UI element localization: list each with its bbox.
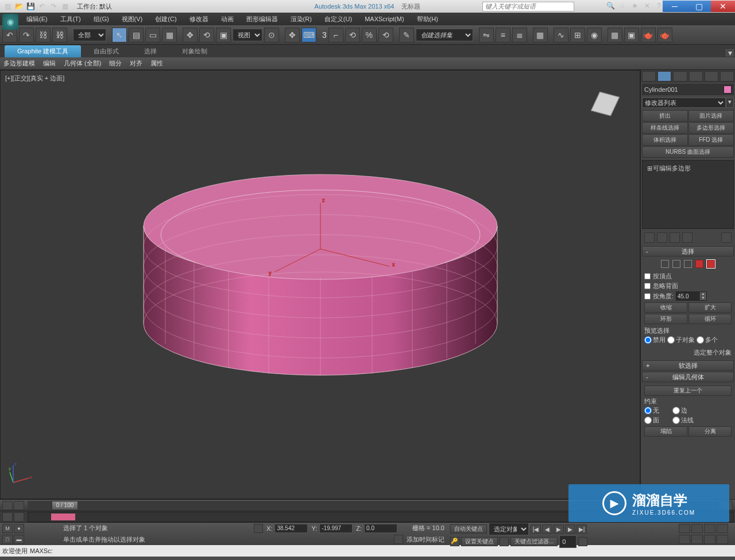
menu-grapheditors[interactable]: 图形编辑器 [241, 14, 284, 25]
modify-tab-icon[interactable] [657, 71, 671, 81]
angle-value-input[interactable] [676, 292, 699, 300]
by-vertex-checkbox[interactable] [644, 273, 651, 279]
mini-curve-editor-icon[interactable] [2, 512, 13, 522]
named-selection-sets[interactable]: 创建选择集 [416, 29, 473, 41]
move-button[interactable]: ✥ [183, 28, 198, 42]
menu-animation[interactable]: 动画 [215, 14, 239, 25]
next-frame-icon[interactable]: ▶ [565, 524, 575, 534]
viewport-label[interactable]: [+][正交][真实 + 边面] [5, 74, 64, 83]
ring-button[interactable]: 环形 [644, 314, 687, 324]
time-config-icon[interactable] [578, 537, 587, 546]
make-unique-icon[interactable] [670, 232, 680, 243]
window-crossing-button[interactable]: ▦ [162, 28, 177, 42]
maximize-viewport-icon[interactable] [717, 535, 728, 544]
ref-coord-system[interactable]: 视图 [233, 29, 262, 41]
hierarchy-tab-icon[interactable] [673, 71, 687, 81]
spinner-down-icon[interactable]: ▼ [699, 296, 706, 300]
select-by-name-button[interactable]: ▤ [129, 28, 144, 42]
new-icon[interactable]: ▥ [2, 1, 13, 11]
ribbon-tab-graphite[interactable]: Graphite 建模工具 [5, 45, 81, 57]
menu-customize[interactable]: 自定义(U) [319, 14, 358, 25]
modifier-list-dropdown-icon[interactable]: ▾ [726, 98, 734, 108]
scale-button[interactable]: ▣ [216, 28, 231, 42]
ribbon-panel-geometry[interactable]: 几何体 (全部) [64, 59, 101, 68]
trackbar-filter-icon[interactable] [14, 512, 24, 522]
constraint-none-radio[interactable] [644, 407, 652, 414]
fov-icon[interactable] [679, 535, 690, 544]
menu-create[interactable]: 创建(C) [149, 14, 182, 25]
time-tag[interactable]: 添加时间标记 [407, 535, 444, 544]
lock-selection-icon[interactable] [254, 524, 263, 533]
ribbon-panel-edit[interactable]: 编辑 [43, 59, 56, 68]
modifier-list-select[interactable]: 修改器列表 [642, 98, 726, 108]
search-input[interactable] [482, 2, 574, 11]
set-key-icon[interactable]: 🔑 [450, 537, 459, 546]
align-button[interactable]: ≡ [496, 28, 510, 42]
coord-z-input[interactable] [364, 524, 397, 533]
mod-patch-select[interactable]: 面片选择 [688, 110, 734, 122]
auto-key-button[interactable]: 自动关键点 [450, 524, 487, 534]
application-icon[interactable]: ◉ [2, 14, 18, 30]
polygon-level-icon[interactable] [695, 260, 703, 268]
material-editor-button[interactable]: ◉ [587, 28, 602, 42]
zoom-extents-icon[interactable] [704, 524, 715, 533]
show-end-result-icon[interactable] [657, 232, 667, 243]
ribbon-panel-subdivision[interactable]: 细分 [109, 59, 122, 68]
zoom-icon[interactable] [679, 524, 690, 533]
redo-icon[interactable]: ↷ [48, 1, 59, 11]
percent-snap-toggle[interactable]: % [362, 28, 377, 42]
menu-help[interactable]: 帮助(H) [411, 14, 444, 25]
orbit-icon[interactable] [704, 535, 715, 544]
schematic-view-button[interactable]: ⊞ [570, 28, 585, 42]
goto-end-icon[interactable]: ▶| [577, 524, 587, 534]
menu-rendering[interactable]: 渲染(R) [285, 14, 318, 25]
create-tab-icon[interactable] [642, 71, 656, 81]
listener-output-icon[interactable]: □ [2, 535, 13, 544]
edge-level-icon[interactable] [672, 260, 680, 268]
zoom-all-icon[interactable] [691, 524, 703, 533]
by-angle-checkbox[interactable] [644, 293, 651, 300]
project-icon[interactable]: ▦ [60, 1, 70, 11]
macro-recorder-icon[interactable]: ● [14, 524, 24, 533]
play-icon[interactable]: ▶ [554, 524, 564, 534]
rollout-soft-selection-header[interactable]: +软选择 [642, 360, 734, 371]
utilities-tab-icon[interactable] [720, 71, 734, 81]
listener-clear-icon[interactable]: ▬ [14, 535, 24, 544]
save-icon[interactable]: 💾 [25, 1, 36, 11]
preview-subobj-radio[interactable] [667, 336, 675, 344]
mod-extrude[interactable]: 挤出 [642, 110, 688, 122]
key-filters-button[interactable]: 关键点过滤器... [510, 537, 558, 546]
open-icon[interactable]: 📂 [14, 1, 24, 11]
rollout-edit-geometry-header[interactable]: -编辑几何体 [642, 372, 734, 382]
shrink-button[interactable]: 收缩 [644, 302, 687, 313]
rollout-selection-header[interactable]: -选择 [642, 246, 734, 256]
render-setup-button[interactable]: ▦ [608, 28, 622, 42]
render-production-button[interactable]: 🫖 [641, 28, 656, 42]
ribbon-tab-objectpaint[interactable]: 对象绘制 [169, 45, 220, 57]
menu-maxscript[interactable]: MAXScript(M) [359, 14, 409, 24]
undo-icon[interactable]: ↶ [37, 1, 47, 11]
border-level-icon[interactable] [684, 260, 692, 268]
detach-button[interactable]: 分离 [688, 426, 732, 437]
key-filters-icon[interactable] [500, 537, 509, 546]
search-icon[interactable]: 🔍 [606, 2, 616, 11]
select-manipulate-button[interactable]: ✥ [285, 28, 300, 42]
key-marker[interactable] [51, 514, 75, 520]
remove-modifier-icon[interactable] [682, 232, 693, 243]
vertex-level-icon[interactable] [661, 260, 669, 268]
set-key-button[interactable]: 设置关键点 [461, 537, 498, 546]
curve-editor-button[interactable]: ∿ [554, 28, 568, 42]
menu-group[interactable]: 组(G) [88, 14, 115, 25]
minimize-button[interactable]: ─ [663, 1, 687, 12]
menu-views[interactable]: 视图(V) [116, 14, 149, 25]
pan-icon[interactable] [691, 535, 703, 544]
viewcube[interactable] [588, 88, 622, 122]
preview-off-radio[interactable] [644, 336, 652, 344]
workspace-label[interactable]: 工作台: 默认 [77, 2, 112, 11]
rotate-button[interactable]: ⟲ [199, 28, 214, 42]
grow-button[interactable]: 扩大 [688, 302, 732, 313]
spinner-up-icon[interactable]: ▲ [699, 292, 706, 296]
spinner-snap-toggle[interactable]: ⟲ [378, 28, 393, 42]
current-frame-input[interactable] [559, 535, 577, 548]
layer-manager-button[interactable]: ≣ [512, 28, 527, 42]
